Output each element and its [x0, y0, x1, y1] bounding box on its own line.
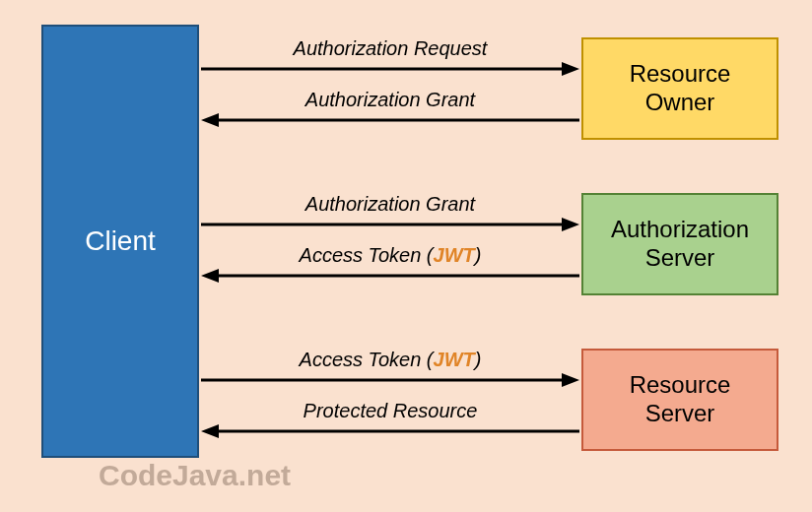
- authorization-server-label: Authorization Server: [611, 216, 749, 273]
- watermark-text: CodeJava.net: [99, 459, 291, 492]
- authorization-server-box: Authorization Server: [581, 193, 778, 295]
- access-token-forward-prefix: Access Token (: [300, 349, 434, 370]
- access-token-forward-jwt: JWT: [434, 349, 475, 370]
- svg-marker-3: [201, 113, 219, 127]
- resource-server-label: Resource Server: [630, 371, 731, 428]
- resource-owner-box: Resource Owner: [581, 37, 778, 140]
- resource-server-box: Resource Server: [581, 349, 778, 451]
- arrow-label-auth-request: Authorization Request: [201, 37, 579, 60]
- client-box: Client: [41, 25, 199, 458]
- arrow-label-protected-resource: Protected Resource: [201, 400, 579, 422]
- arrow-label-auth-grant-forward: Authorization Grant: [201, 193, 579, 216]
- access-token-back-prefix: Access Token (: [300, 244, 434, 266]
- svg-marker-11: [201, 424, 219, 438]
- access-token-forward-suffix: ): [475, 349, 482, 370]
- client-label: Client: [85, 224, 156, 258]
- arrow-access-token-back: [201, 266, 579, 286]
- svg-marker-5: [562, 218, 579, 231]
- svg-marker-9: [562, 373, 579, 387]
- svg-marker-1: [562, 62, 579, 76]
- arrow-protected-resource: [201, 421, 579, 441]
- svg-marker-7: [201, 269, 219, 283]
- access-token-back-jwt: JWT: [434, 244, 475, 266]
- access-token-back-suffix: ): [475, 244, 482, 266]
- oauth-flow-diagram: Client Resource Owner Authorization Serv…: [0, 0, 812, 512]
- arrow-access-token-forward: [201, 370, 579, 390]
- arrow-auth-grant-forward: [201, 215, 579, 234]
- arrow-auth-request: [201, 59, 579, 79]
- arrow-label-access-token-back: Access Token (JWT): [201, 244, 579, 267]
- arrow-label-auth-grant-back: Authorization Grant: [201, 89, 579, 111]
- resource-owner-label: Resource Owner: [630, 60, 731, 117]
- arrow-label-access-token-forward: Access Token (JWT): [201, 349, 579, 371]
- arrow-auth-grant-back: [201, 110, 579, 130]
